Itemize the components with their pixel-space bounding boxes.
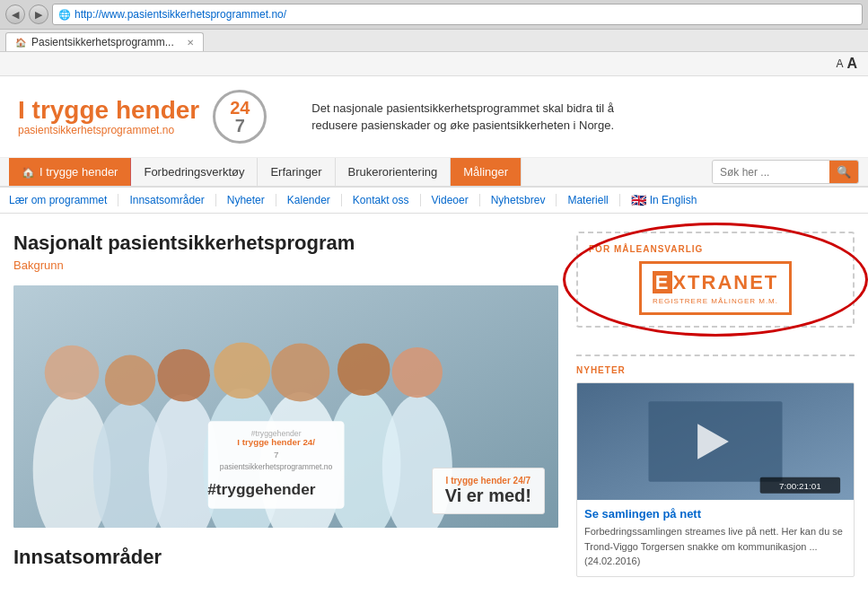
back-button[interactable]: ◀ (5, 4, 25, 24)
search-button[interactable]: 🔍 (829, 161, 858, 183)
logo-24: 24 (230, 99, 250, 117)
news-card[interactable]: 7:00:21:01 Se samlingen på nett Forbedri… (576, 382, 855, 577)
hero-overlay-logo: I trygge hender 24/7 (445, 476, 531, 486)
sec-nav-english[interactable]: 🇬🇧 In English (620, 193, 708, 207)
address-text: http://www.pasientsikkerhetsprogrammet.n… (75, 8, 286, 21)
font-size-small-button[interactable]: A (836, 57, 843, 70)
nyheter-section: NYHETER (576, 355, 855, 577)
logo-7: 7 (235, 117, 245, 135)
nav-item-home[interactable]: 🏠 I trygge hender (9, 158, 131, 186)
content-right: FOR MÅLEANSVARLIG EXTRANET REGISTRERE MÅ… (576, 232, 855, 577)
content-area: Nasjonalt pasientsikkerhetsprogram Bakgr… (0, 214, 868, 595)
news-thumb-svg: 7:00:21:01 (577, 383, 854, 500)
content-left: Nasjonalt pasientsikkerhetsprogram Bakgr… (13, 232, 558, 577)
nav-item-erfaringer[interactable]: Erfaringer (258, 158, 335, 186)
tab-favicon: 🏠 (15, 38, 26, 48)
news-title[interactable]: Se samlingen på nett (584, 507, 846, 521)
svg-text:pasientsikkerhetsprogrammet.no: pasientsikkerhetsprogrammet.no (220, 462, 333, 471)
sec-nav-laer[interactable]: Lær om programmet (9, 194, 118, 206)
tab-title: Pasientsikkerhetsprogramm... (31, 36, 174, 48)
svg-point-2 (45, 346, 100, 400)
sec-nav-videoer[interactable]: Videoer (421, 194, 480, 206)
svg-text:#tryggehender: #tryggehender (251, 429, 302, 438)
extranet-box[interactable]: FOR MÅLEANSVARLIG EXTRANET REGISTRERE MÅ… (576, 232, 855, 328)
browser-toolbar: ◀ ▶ 🌐 http://www.pasientsikkerhetsprogra… (0, 0, 868, 30)
svg-point-10 (271, 344, 329, 402)
svg-point-14 (392, 347, 443, 398)
extranet-logo-text: EXTRANET (653, 271, 779, 294)
sec-nav-kontakt[interactable]: Kontakt oss (342, 194, 421, 206)
forward-button[interactable]: ▶ (29, 4, 48, 24)
section-title: Innsatsområder (13, 546, 558, 569)
news-text: Forbedringssamlingen streames live på ne… (584, 524, 846, 569)
page-title: Nasjonalt pasientsikkerhetsprogram (13, 232, 558, 255)
svg-text:I trygge hender  24/: I trygge hender 24/ (237, 437, 315, 447)
extranet-e-letter: E (653, 271, 673, 293)
svg-text:7:00:21:01: 7:00:21:01 (779, 481, 821, 491)
extranet-container: FOR MÅLEANSVARLIG EXTRANET REGISTRERE MÅ… (576, 232, 855, 328)
site-header: I trygge hender pasientsikkerhetsprogram… (0, 76, 868, 158)
svg-point-4 (105, 355, 155, 406)
secondary-nav: Lær om programmet Innsatsområder Nyheter… (0, 188, 868, 214)
address-bar[interactable]: 🌐 http://www.pasientsikkerhetsprogrammet… (52, 4, 863, 25)
nav-search[interactable]: 🔍 (712, 160, 859, 184)
search-input[interactable] (713, 162, 829, 183)
page-subtitle-link[interactable]: Bakgrunn (13, 258, 558, 272)
extranet-logo-area: EXTRANET REGISTRERE MÅLINGER M.M. (589, 261, 842, 315)
extranet-label: FOR MÅLEANSVARLIG (589, 244, 842, 254)
svg-text:#tryggehender: #tryggehender (207, 480, 316, 498)
uk-flag-icon: 🇬🇧 (631, 193, 646, 207)
nyheter-label: NYHETER (576, 355, 855, 375)
header-tagline: Det nasjonale pasientsikkerhetsprogramme… (311, 100, 653, 135)
sec-nav-nyhetsbrev[interactable]: Nyhetsbrev (480, 194, 557, 206)
main-nav: 🏠 I trygge hender Forbedringsverktøy Erf… (0, 158, 868, 188)
hero-overlay-slogan: Vi er med! (445, 486, 531, 506)
font-size-bar: A A (0, 52, 868, 76)
hero-photo: I trygge hender 24/ 7 pasientsikkerhetsp… (13, 285, 558, 528)
logo-area: I trygge hender pasientsikkerhetsprogram… (18, 90, 267, 144)
svg-point-6 (157, 349, 210, 402)
sec-nav-nyheter[interactable]: Nyheter (216, 194, 276, 206)
active-tab[interactable]: 🏠 Pasientsikkerhetsprogramm... ✕ (5, 32, 204, 51)
tab-bar: 🏠 Pasientsikkerhetsprogramm... ✕ (0, 30, 868, 51)
extranet-xtranet-text: XTRANET (672, 271, 778, 293)
logo-url: pasientsikkerhetsprogrammet.no (18, 124, 199, 136)
nav-item-home-label: I trygge hender (39, 165, 118, 179)
extranet-sub-label: REGISTRERE MÅLINGER M.M. (653, 297, 779, 305)
news-content: Se samlingen på nett Forbedringssamlinge… (577, 500, 854, 576)
hero-overlay: I trygge hender 24/7 Vi er med! (432, 468, 545, 514)
browser-chrome: ◀ ▶ 🌐 http://www.pasientsikkerhetsprogra… (0, 0, 868, 52)
sec-nav-innsatsomrader[interactable]: Innsatsområder (118, 194, 215, 206)
sec-nav-kalender[interactable]: Kalender (276, 194, 342, 206)
nav-item-forbedringsverktoy[interactable]: Forbedringsverktøy (131, 158, 258, 186)
font-size-large-button[interactable]: A (846, 56, 857, 72)
logo-circle: 24 7 (213, 90, 267, 144)
nav-item-malinger[interactable]: Målinger (451, 158, 522, 186)
page-icon: 🌐 (58, 9, 71, 21)
svg-text:7: 7 (274, 450, 278, 460)
home-icon: 🏠 (22, 166, 35, 179)
sec-nav-english-label: In English (650, 194, 697, 206)
news-thumbnail: 7:00:21:01 (577, 383, 854, 500)
extranet-logo-box: EXTRANET REGISTRERE MÅLINGER M.M. (639, 261, 793, 315)
logo-text-block: I trygge hender pasientsikkerhetsprogram… (18, 97, 199, 137)
hero-image: I trygge hender 24/ 7 pasientsikkerhetsp… (13, 285, 558, 528)
sec-nav-materiell[interactable]: Materiell (557, 194, 619, 206)
svg-point-8 (214, 342, 270, 398)
svg-point-12 (338, 344, 390, 397)
nav-item-brukerorientering[interactable]: Brukerorientering (336, 158, 452, 186)
logo-title[interactable]: I trygge hender (18, 97, 199, 125)
tab-close-button[interactable]: ✕ (187, 38, 194, 48)
